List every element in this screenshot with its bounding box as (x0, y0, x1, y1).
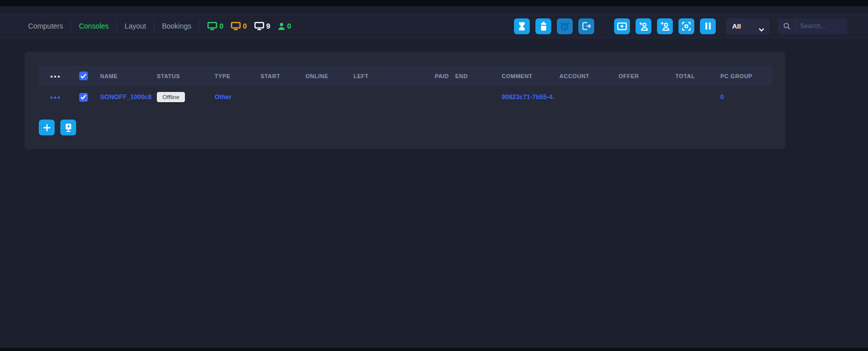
nav-tabs: Computers Consoles Layout Bookings (20, 14, 199, 38)
toolbar: Computers Consoles Layout Bookings 0 0 9 (0, 14, 868, 38)
status-badge: Offline (157, 92, 185, 102)
row-menu-button[interactable] (51, 97, 60, 99)
column-header-paid: PAID (430, 65, 450, 86)
table-header-row: NAME STATUS TYPE START ONLINE LEFT PAID … (39, 65, 772, 86)
cell-comment: 90823c71-7b55-4… (497, 86, 554, 108)
search-input[interactable] (796, 22, 848, 30)
window-bottom-strip (0, 348, 868, 351)
column-header-pc-group: PC GROUP (715, 65, 772, 86)
cell-online (300, 86, 348, 108)
column-header-end: END (450, 65, 497, 86)
cell-type: Other (209, 86, 255, 108)
plus-icon (43, 124, 51, 131)
counter-value: 9 (266, 22, 270, 30)
search-box (778, 18, 848, 34)
alarm-clock-icon (560, 21, 570, 31)
column-header-status: STATUS (152, 65, 209, 86)
column-header-type: TYPE (209, 65, 255, 86)
filter-select[interactable]: All (726, 18, 769, 34)
row-checkbox[interactable] (79, 93, 88, 102)
column-header-start: START (255, 65, 300, 86)
tab-layout[interactable]: Layout (117, 22, 154, 30)
hourglass-icon (518, 22, 526, 31)
battery-icon (540, 21, 547, 31)
monitor-icon (254, 22, 264, 30)
column-header-name: NAME (95, 65, 152, 86)
monitor-icon (207, 22, 217, 30)
cash-icon (617, 22, 627, 30)
log-out-icon (581, 21, 591, 31)
search-icon (778, 18, 796, 34)
filter-select-wrap: All (726, 18, 769, 34)
counter-total-consoles: 9 (254, 22, 270, 30)
user-plus-icon (660, 21, 670, 31)
select-all-checkbox[interactable] (79, 72, 88, 80)
header-checkbox-cell (72, 65, 95, 86)
row-checkbox-cell (72, 86, 95, 108)
user-star-button[interactable] (636, 18, 651, 34)
pause-button[interactable] (700, 18, 716, 34)
user-plus-button[interactable] (657, 18, 673, 34)
monitor-icon (231, 22, 241, 30)
status-counters: 0 0 9 0 (207, 22, 291, 30)
column-header-total: TOTAL (670, 65, 715, 86)
add-button[interactable] (39, 120, 55, 135)
cell-account (554, 86, 614, 108)
add-device-button[interactable] (60, 120, 76, 135)
hourglass-button[interactable] (514, 18, 530, 34)
cell-status: Offline (152, 86, 209, 108)
cell-name: SONOFF_1000c81… (95, 86, 152, 108)
row-menu-cell (39, 86, 72, 108)
consoles-card: NAME STATUS TYPE START ONLINE LEFT PAID … (25, 52, 785, 149)
counter-online-consoles: 0 (207, 22, 223, 30)
tab-computers[interactable]: Computers (20, 22, 71, 30)
cell-start (255, 86, 300, 108)
cell-pc-group: 0 (715, 86, 772, 108)
add-device-icon (64, 123, 73, 132)
column-header-offer: OFFER (614, 65, 670, 86)
tab-bookings[interactable]: Bookings (154, 22, 199, 30)
user-star-icon (639, 21, 648, 31)
cell-left (348, 86, 430, 108)
console-type: Other (215, 93, 231, 101)
log-out-button[interactable] (578, 18, 594, 34)
pc-group-link[interactable]: 0 (720, 93, 724, 101)
counter-value: 0 (219, 22, 223, 30)
counter-value: 0 (287, 22, 291, 30)
column-header-comment: COMMENT (497, 65, 554, 86)
scan-icon (682, 21, 691, 31)
scan-button[interactable] (678, 18, 694, 34)
column-menu-button[interactable] (51, 76, 60, 78)
tab-consoles[interactable]: Consoles (71, 22, 116, 30)
console-name-link[interactable]: SONOFF_1000c81… (100, 93, 152, 101)
battery-button[interactable] (535, 18, 551, 34)
divider (199, 20, 199, 32)
cash-button[interactable] (614, 18, 630, 34)
column-header-account: ACCOUNT (554, 65, 614, 86)
counter-value: 0 (243, 22, 247, 30)
column-header-online: ONLINE (300, 65, 348, 86)
consoles-table: NAME STATUS TYPE START ONLINE LEFT PAID … (39, 65, 772, 108)
pause-icon (705, 22, 711, 30)
counter-active-users: 0 (278, 22, 291, 30)
counter-busy-consoles: 0 (231, 22, 247, 30)
column-header-left: LEFT (348, 65, 430, 86)
header-menu-cell (39, 65, 72, 86)
cell-offer (614, 86, 670, 108)
table-row: SONOFF_1000c81… Offline Other 90823c71-7… (39, 86, 772, 108)
alarm-clock-button[interactable] (557, 18, 573, 34)
comment-link[interactable]: 90823c71-7b55-4… (502, 93, 554, 101)
cell-end (450, 86, 497, 108)
card-actions (39, 120, 772, 135)
cell-paid (430, 86, 450, 108)
window-top-strip (0, 0, 868, 6)
cell-total (670, 86, 715, 108)
toolbar-actions: All (508, 18, 848, 34)
user-icon (278, 22, 285, 30)
